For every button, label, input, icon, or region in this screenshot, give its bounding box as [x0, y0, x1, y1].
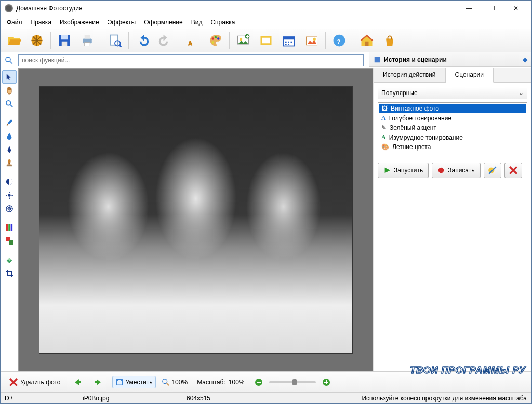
- save-button[interactable]: [54, 31, 75, 50]
- svg-point-43: [8, 159, 10, 163]
- open-button[interactable]: [4, 31, 24, 50]
- search-input[interactable]: [18, 54, 364, 66]
- list-item[interactable]: ✎Зелёный акцент: [379, 123, 526, 132]
- app-icon: [5, 4, 13, 12]
- shop-button[interactable]: [379, 31, 400, 50]
- svg-point-34: [313, 38, 316, 41]
- print-button[interactable]: [77, 31, 98, 50]
- tool-stamp[interactable]: [2, 156, 17, 170]
- tool-swap-colors[interactable]: [2, 234, 17, 248]
- tool-pen[interactable]: [2, 143, 17, 156]
- list-item-label: Винтажное фото: [391, 105, 439, 112]
- calendar-button[interactable]: [278, 31, 299, 50]
- postcard-button[interactable]: [301, 31, 322, 50]
- menu-effects[interactable]: Эффекты: [103, 17, 140, 28]
- svg-point-19: [212, 41, 214, 43]
- list-item-label: Летние цвета: [392, 143, 431, 151]
- svg-rect-30: [291, 42, 292, 43]
- scenario-list[interactable]: 🖼Винтажное фото AГолубое тонирование ✎Зе…: [378, 102, 527, 159]
- zoom-100-label: 100%: [171, 379, 188, 386]
- status-file: iP0Bo.jpg: [78, 393, 182, 403]
- menu-help[interactable]: Справка: [206, 17, 239, 28]
- svg-rect-32: [288, 44, 289, 45]
- batch-button[interactable]: [26, 31, 47, 50]
- insert-image-button[interactable]: +: [233, 31, 254, 50]
- tool-eraser[interactable]: [2, 253, 17, 266]
- zoom-in-button[interactable]: [319, 376, 334, 388]
- history-icon: [374, 56, 381, 63]
- svg-rect-68: [257, 382, 261, 383]
- fit-button[interactable]: Уместить: [112, 376, 156, 388]
- minimize-button[interactable]: —: [457, 1, 481, 16]
- svg-rect-10: [85, 35, 90, 39]
- tool-pointer[interactable]: [2, 70, 17, 84]
- record-label: Записать: [448, 167, 474, 174]
- zoom-out-button[interactable]: [251, 376, 266, 388]
- svg-line-42: [10, 105, 12, 107]
- main-area: История действий Сценарии Популярные 🖼Ви…: [1, 68, 531, 371]
- tool-brightness[interactable]: [2, 188, 17, 202]
- status-hint: Используйте колесо прокрутки для изменен…: [312, 393, 531, 403]
- tool-drop[interactable]: [2, 129, 17, 143]
- tool-levels[interactable]: [2, 221, 17, 234]
- svg-rect-59: [10, 224, 12, 231]
- main-toolbar: A + ?: [1, 29, 531, 52]
- list-item-label: Изумрудное тонирование: [389, 134, 463, 141]
- menu-file[interactable]: Файл: [3, 17, 26, 28]
- svg-point-21: [240, 38, 242, 41]
- search-icon: [3, 54, 15, 66]
- frame-button[interactable]: [256, 31, 276, 50]
- next-button[interactable]: [89, 376, 106, 388]
- undo-button[interactable]: [132, 31, 153, 50]
- tool-contrast[interactable]: [2, 175, 17, 188]
- menu-view[interactable]: Вид: [187, 17, 207, 28]
- close-button[interactable]: ✕: [504, 1, 527, 16]
- tool-crop[interactable]: [2, 266, 17, 280]
- svg-rect-27: [284, 37, 295, 39]
- edit-scenario-button[interactable]: [484, 163, 501, 178]
- text-button[interactable]: A: [182, 31, 203, 50]
- menu-decoration[interactable]: Оформление: [140, 17, 187, 28]
- tool-brush[interactable]: [2, 116, 17, 129]
- run-button[interactable]: Запустить: [378, 163, 429, 178]
- delete-scenario-button[interactable]: [504, 163, 522, 178]
- svg-rect-25: [262, 38, 270, 44]
- tool-hand[interactable]: [2, 84, 17, 97]
- menu-image[interactable]: Изображение: [56, 17, 103, 28]
- redo-button[interactable]: [155, 31, 176, 50]
- pin-button[interactable]: ◆: [523, 56, 527, 63]
- list-item[interactable]: 🎨Летние цвета: [379, 142, 526, 152]
- zoom-100-button[interactable]: 100%: [159, 376, 191, 388]
- delete-photo-button[interactable]: Удалить фото: [6, 375, 63, 389]
- prev-button[interactable]: [70, 376, 86, 388]
- tab-scenarios[interactable]: Сценарии: [446, 68, 494, 83]
- svg-point-41: [6, 101, 10, 105]
- help-button[interactable]: ?: [329, 31, 350, 50]
- palette-button[interactable]: [205, 31, 226, 50]
- svg-rect-71: [326, 380, 327, 384]
- canvas[interactable]: [18, 68, 373, 371]
- tool-zoom[interactable]: [2, 97, 17, 111]
- search-row: История и сценарии ◆: [1, 52, 531, 68]
- svg-point-16: [212, 37, 214, 39]
- window-title: Домашняя Фотостудия: [16, 5, 457, 12]
- panel-body: Популярные 🖼Винтажное фото AГолубое тони…: [374, 83, 531, 182]
- svg-rect-31: [285, 44, 287, 45]
- list-item[interactable]: AИзумрудное тонирование: [379, 132, 526, 142]
- record-button[interactable]: Записать: [432, 163, 480, 178]
- home-button[interactable]: [356, 31, 377, 50]
- preview-button[interactable]: [104, 31, 125, 50]
- list-item[interactable]: 🖼Винтажное фото: [379, 104, 526, 113]
- tab-history[interactable]: История действий: [374, 68, 446, 82]
- svg-point-38: [6, 57, 10, 62]
- menu-edit[interactable]: Правка: [26, 17, 56, 28]
- tool-target[interactable]: [2, 202, 17, 216]
- category-combo[interactable]: Популярные: [378, 87, 527, 99]
- svg-text:?: ?: [337, 38, 340, 45]
- svg-point-65: [163, 379, 167, 383]
- tool-strip: [1, 68, 18, 371]
- zoom-slider[interactable]: [269, 381, 316, 383]
- maximize-button[interactable]: ☐: [481, 1, 504, 16]
- statusbar: D:\ iP0Bo.jpg 604x515 Используйте колесо…: [1, 392, 531, 403]
- list-item[interactable]: AГолубое тонирование: [379, 113, 526, 123]
